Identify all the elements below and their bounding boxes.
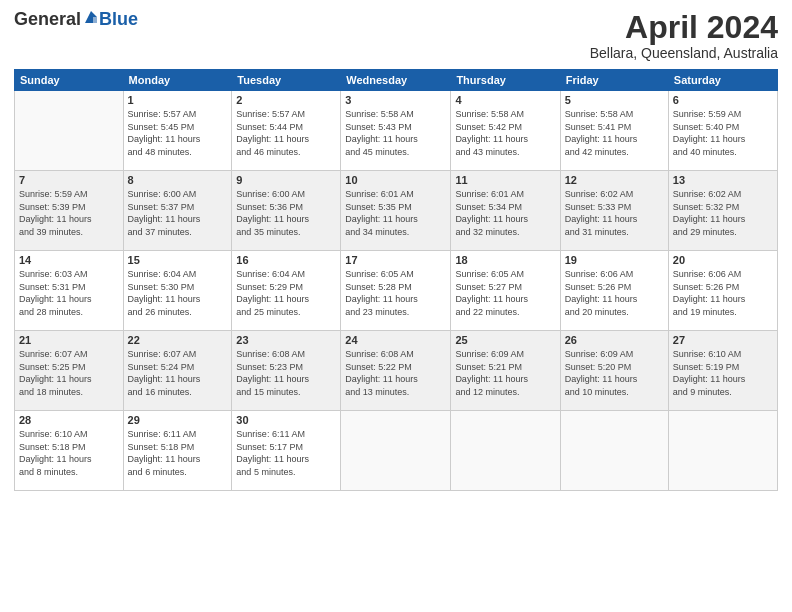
table-row: 27Sunrise: 6:10 AM Sunset: 5:19 PM Dayli…: [668, 331, 777, 411]
day-number: 14: [19, 254, 119, 266]
table-row: 4Sunrise: 5:58 AM Sunset: 5:42 PM Daylig…: [451, 91, 560, 171]
table-row: 14Sunrise: 6:03 AM Sunset: 5:31 PM Dayli…: [15, 251, 124, 331]
day-number: 12: [565, 174, 664, 186]
table-row: 26Sunrise: 6:09 AM Sunset: 5:20 PM Dayli…: [560, 331, 668, 411]
day-info: Sunrise: 6:10 AM Sunset: 5:19 PM Dayligh…: [673, 348, 773, 398]
day-info: Sunrise: 5:57 AM Sunset: 5:44 PM Dayligh…: [236, 108, 336, 158]
table-row: 8Sunrise: 6:00 AM Sunset: 5:37 PM Daylig…: [123, 171, 232, 251]
day-info: Sunrise: 6:07 AM Sunset: 5:24 PM Dayligh…: [128, 348, 228, 398]
day-info: Sunrise: 6:04 AM Sunset: 5:30 PM Dayligh…: [128, 268, 228, 318]
day-info: Sunrise: 6:09 AM Sunset: 5:20 PM Dayligh…: [565, 348, 664, 398]
day-number: 17: [345, 254, 446, 266]
day-number: 30: [236, 414, 336, 426]
header-saturday: Saturday: [668, 70, 777, 91]
day-number: 11: [455, 174, 555, 186]
table-row: 19Sunrise: 6:06 AM Sunset: 5:26 PM Dayli…: [560, 251, 668, 331]
logo-general-text: General: [14, 10, 81, 28]
day-info: Sunrise: 6:02 AM Sunset: 5:32 PM Dayligh…: [673, 188, 773, 238]
day-number: 3: [345, 94, 446, 106]
header-friday: Friday: [560, 70, 668, 91]
day-info: Sunrise: 6:08 AM Sunset: 5:22 PM Dayligh…: [345, 348, 446, 398]
table-row: 28Sunrise: 6:10 AM Sunset: 5:18 PM Dayli…: [15, 411, 124, 491]
day-number: 9: [236, 174, 336, 186]
table-row: 16Sunrise: 6:04 AM Sunset: 5:29 PM Dayli…: [232, 251, 341, 331]
table-row: [451, 411, 560, 491]
logo-icon: [83, 9, 99, 25]
day-number: 19: [565, 254, 664, 266]
day-number: 21: [19, 334, 119, 346]
day-info: Sunrise: 6:00 AM Sunset: 5:37 PM Dayligh…: [128, 188, 228, 238]
table-row: 7Sunrise: 5:59 AM Sunset: 5:39 PM Daylig…: [15, 171, 124, 251]
day-number: 16: [236, 254, 336, 266]
header: General Blue April 2024 Bellara, Queensl…: [14, 10, 778, 61]
calendar-week-row: 1Sunrise: 5:57 AM Sunset: 5:45 PM Daylig…: [15, 91, 778, 171]
table-row: 18Sunrise: 6:05 AM Sunset: 5:27 PM Dayli…: [451, 251, 560, 331]
day-number: 24: [345, 334, 446, 346]
table-row: [668, 411, 777, 491]
day-info: Sunrise: 6:05 AM Sunset: 5:28 PM Dayligh…: [345, 268, 446, 318]
table-row: 23Sunrise: 6:08 AM Sunset: 5:23 PM Dayli…: [232, 331, 341, 411]
day-info: Sunrise: 6:03 AM Sunset: 5:31 PM Dayligh…: [19, 268, 119, 318]
day-number: 10: [345, 174, 446, 186]
day-info: Sunrise: 6:04 AM Sunset: 5:29 PM Dayligh…: [236, 268, 336, 318]
day-info: Sunrise: 6:05 AM Sunset: 5:27 PM Dayligh…: [455, 268, 555, 318]
table-row: 5Sunrise: 5:58 AM Sunset: 5:41 PM Daylig…: [560, 91, 668, 171]
day-number: 13: [673, 174, 773, 186]
day-number: 27: [673, 334, 773, 346]
subtitle: Bellara, Queensland, Australia: [590, 45, 778, 61]
table-row: 20Sunrise: 6:06 AM Sunset: 5:26 PM Dayli…: [668, 251, 777, 331]
day-info: Sunrise: 6:10 AM Sunset: 5:18 PM Dayligh…: [19, 428, 119, 478]
day-info: Sunrise: 6:00 AM Sunset: 5:36 PM Dayligh…: [236, 188, 336, 238]
table-row: 10Sunrise: 6:01 AM Sunset: 5:35 PM Dayli…: [341, 171, 451, 251]
calendar-week-row: 21Sunrise: 6:07 AM Sunset: 5:25 PM Dayli…: [15, 331, 778, 411]
table-row: 29Sunrise: 6:11 AM Sunset: 5:18 PM Dayli…: [123, 411, 232, 491]
calendar-week-row: 14Sunrise: 6:03 AM Sunset: 5:31 PM Dayli…: [15, 251, 778, 331]
day-info: Sunrise: 6:11 AM Sunset: 5:18 PM Dayligh…: [128, 428, 228, 478]
day-info: Sunrise: 5:58 AM Sunset: 5:42 PM Dayligh…: [455, 108, 555, 158]
day-number: 29: [128, 414, 228, 426]
day-number: 23: [236, 334, 336, 346]
day-number: 25: [455, 334, 555, 346]
table-row: 22Sunrise: 6:07 AM Sunset: 5:24 PM Dayli…: [123, 331, 232, 411]
svg-marker-1: [93, 17, 97, 23]
day-number: 8: [128, 174, 228, 186]
day-info: Sunrise: 6:06 AM Sunset: 5:26 PM Dayligh…: [565, 268, 664, 318]
month-title: April 2024: [590, 10, 778, 45]
page: General Blue April 2024 Bellara, Queensl…: [0, 0, 792, 612]
table-row: 9Sunrise: 6:00 AM Sunset: 5:36 PM Daylig…: [232, 171, 341, 251]
day-number: 6: [673, 94, 773, 106]
table-row: 25Sunrise: 6:09 AM Sunset: 5:21 PM Dayli…: [451, 331, 560, 411]
day-number: 18: [455, 254, 555, 266]
day-info: Sunrise: 5:59 AM Sunset: 5:40 PM Dayligh…: [673, 108, 773, 158]
header-tuesday: Tuesday: [232, 70, 341, 91]
calendar-header-row: Sunday Monday Tuesday Wednesday Thursday…: [15, 70, 778, 91]
day-info: Sunrise: 5:58 AM Sunset: 5:43 PM Dayligh…: [345, 108, 446, 158]
calendar-week-row: 28Sunrise: 6:10 AM Sunset: 5:18 PM Dayli…: [15, 411, 778, 491]
day-number: 4: [455, 94, 555, 106]
calendar-table: Sunday Monday Tuesday Wednesday Thursday…: [14, 69, 778, 491]
table-row: 2Sunrise: 5:57 AM Sunset: 5:44 PM Daylig…: [232, 91, 341, 171]
day-info: Sunrise: 6:01 AM Sunset: 5:35 PM Dayligh…: [345, 188, 446, 238]
table-row: 17Sunrise: 6:05 AM Sunset: 5:28 PM Dayli…: [341, 251, 451, 331]
day-info: Sunrise: 6:08 AM Sunset: 5:23 PM Dayligh…: [236, 348, 336, 398]
day-info: Sunrise: 6:06 AM Sunset: 5:26 PM Dayligh…: [673, 268, 773, 318]
day-info: Sunrise: 5:59 AM Sunset: 5:39 PM Dayligh…: [19, 188, 119, 238]
table-row: 3Sunrise: 5:58 AM Sunset: 5:43 PM Daylig…: [341, 91, 451, 171]
day-number: 5: [565, 94, 664, 106]
header-thursday: Thursday: [451, 70, 560, 91]
day-number: 1: [128, 94, 228, 106]
day-number: 28: [19, 414, 119, 426]
day-number: 22: [128, 334, 228, 346]
table-row: 13Sunrise: 6:02 AM Sunset: 5:32 PM Dayli…: [668, 171, 777, 251]
day-info: Sunrise: 6:07 AM Sunset: 5:25 PM Dayligh…: [19, 348, 119, 398]
day-number: 26: [565, 334, 664, 346]
table-row: 6Sunrise: 5:59 AM Sunset: 5:40 PM Daylig…: [668, 91, 777, 171]
title-area: April 2024 Bellara, Queensland, Australi…: [590, 10, 778, 61]
header-monday: Monday: [123, 70, 232, 91]
day-number: 7: [19, 174, 119, 186]
day-info: Sunrise: 6:01 AM Sunset: 5:34 PM Dayligh…: [455, 188, 555, 238]
header-wednesday: Wednesday: [341, 70, 451, 91]
table-row: [560, 411, 668, 491]
table-row: 24Sunrise: 6:08 AM Sunset: 5:22 PM Dayli…: [341, 331, 451, 411]
logo: General Blue: [14, 10, 138, 28]
